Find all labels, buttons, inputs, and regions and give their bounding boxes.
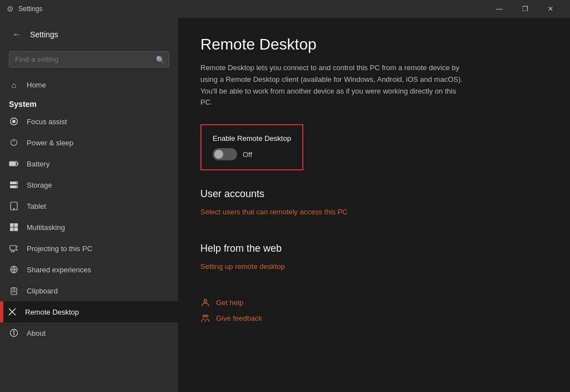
svg-rect-1 [10,162,16,165]
remote-desktop-icon [7,307,17,317]
sidebar-item-power-sleep[interactable]: Power & sleep [0,132,178,153]
sidebar-section-label: System [0,95,178,111]
enable-box-label: Enable Remote Desktop [213,134,291,143]
sidebar-item-storage[interactable]: Storage [0,174,178,195]
sidebar-item-power-label: Power & sleep [27,139,73,147]
sidebar-item-remote-desktop[interactable]: Remote Desktop [0,301,178,322]
tablet-icon [9,201,19,211]
get-help-icon [200,297,210,307]
sidebar-item-multitasking-label: Multitasking [27,223,65,232]
svg-line-16 [16,249,18,251]
toggle-row: Off [213,148,291,160]
titlebar: ⚙ Settings — ❐ ✕ [0,0,570,18]
search-input[interactable] [9,51,169,67]
sidebar-item-remote-desktop-label: Remote Desktop [25,308,79,316]
help-items: Get help Give feedback [200,297,548,323]
back-button[interactable]: ← [9,27,24,42]
search-icon: 🔍 [156,55,165,63]
home-icon: ⌂ [9,80,19,90]
clipboard-icon [9,286,19,296]
sidebar-item-shared-experiences[interactable]: Shared experiences [0,259,178,280]
search-container: 🔍 [0,47,178,74]
sidebar-item-clipboard[interactable]: Clipboard [0,280,178,301]
titlebar-title: Settings [18,5,42,13]
main-layout: ← Settings 🔍 ⌂ Home System Focus assist [0,18,570,392]
sidebar: ← Settings 🔍 ⌂ Home System Focus assist [0,18,178,392]
user-accounts-title: User accounts [200,188,548,200]
sidebar-item-focus-assist-label: Focus assist [27,117,67,126]
svg-point-31 [203,315,205,317]
content-area: Remote Desktop Remote Desktop lets you c… [178,18,570,392]
sidebar-item-projecting-label: Projecting to this PC [27,244,92,253]
power-icon [9,138,19,148]
sidebar-item-shared-experiences-label: Shared experiences [27,266,91,274]
svg-point-7 [16,187,17,188]
sidebar-item-battery[interactable]: Battery [0,153,178,174]
storage-icon [9,180,19,190]
sidebar-item-projecting[interactable]: Projecting to this PC [0,238,178,259]
shared-experiences-icon [9,264,19,275]
sidebar-item-storage-label: Storage [27,181,52,189]
minimize-button[interactable]: — [487,0,512,18]
page-title: Remote Desktop [200,36,548,53]
sidebar-item-clipboard-label: Clipboard [27,287,58,295]
svg-rect-12 [10,228,14,232]
sidebar-item-about[interactable]: About [0,322,178,344]
svg-point-32 [206,315,208,317]
help-web-title: Help from the web [200,243,548,254]
svg-rect-11 [14,223,18,227]
give-feedback-icon [200,313,210,323]
focus-assist-icon [9,116,19,126]
svg-point-29 [13,331,14,332]
give-feedback-item: Give feedback [200,313,548,323]
sidebar-item-about-label: About [27,329,46,337]
about-icon [9,328,19,338]
sidebar-item-battery-label: Battery [27,160,50,168]
select-users-link[interactable]: Select users that can remotely access th… [200,208,347,216]
svg-point-30 [204,300,207,302]
close-button[interactable]: ✕ [538,0,563,18]
multitasking-icon [9,222,19,232]
titlebar-controls: — ❐ ✕ [487,0,563,18]
sidebar-item-focus-assist[interactable]: Focus assist [0,111,178,132]
sidebar-item-home[interactable]: ⌂ Home [0,74,178,95]
help-web-section: Help from the web Setting up remote desk… [200,243,548,284]
sidebar-item-tablet-label: Tablet [27,202,46,210]
setting-up-link[interactable]: Setting up remote desktop [200,262,285,271]
svg-rect-13 [14,228,18,232]
titlebar-icon: ⚙ [7,4,14,13]
sidebar-item-home-label: Home [27,81,46,89]
sidebar-header: ← Settings [0,18,178,47]
svg-rect-22 [11,288,17,295]
remote-desktop-toggle[interactable] [213,148,237,160]
battery-icon [9,159,19,169]
svg-point-6 [16,183,17,184]
svg-rect-10 [10,223,14,227]
page-description: Remote Desktop lets you connect to and c… [200,62,468,109]
get-help-item: Get help [200,297,548,307]
get-help-label[interactable]: Get help [216,298,243,307]
enable-remote-desktop-box: Enable Remote Desktop Off [200,124,303,170]
maximize-button[interactable]: ❐ [512,0,538,18]
toggle-knob [214,150,223,159]
sidebar-app-title: Settings [30,30,58,39]
give-feedback-label[interactable]: Give feedback [216,314,262,322]
search-wrapper: 🔍 [9,51,169,67]
sidebar-item-tablet[interactable]: Tablet [0,195,178,217]
toggle-state-label: Off [243,150,252,159]
svg-rect-14 [10,246,16,250]
projecting-icon [9,243,19,253]
sidebar-item-multitasking[interactable]: Multitasking [0,217,178,238]
svg-point-9 [13,208,14,209]
user-accounts-section: User accounts Select users that can remo… [200,188,548,229]
